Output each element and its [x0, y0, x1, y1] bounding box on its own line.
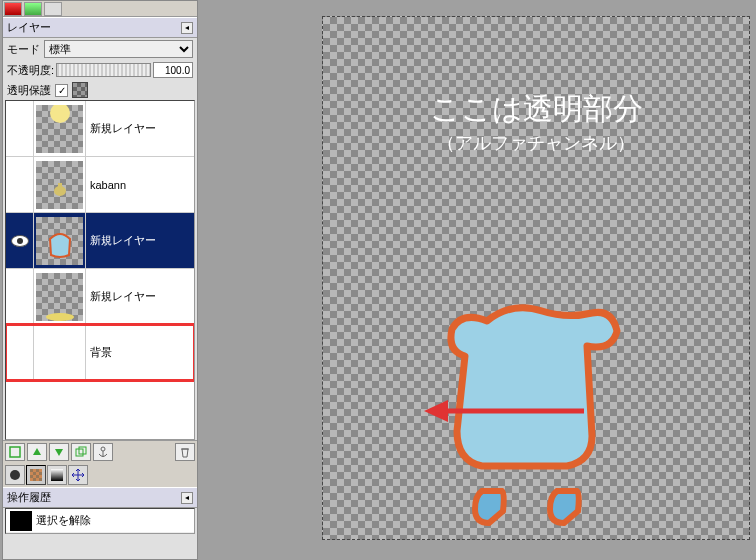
history-list[interactable]: 選択を解除 — [5, 508, 195, 534]
layer-name[interactable]: 新規レイヤー — [86, 269, 194, 324]
alpha-lock-swatch-icon — [72, 82, 88, 98]
delete-layer-button[interactable] — [175, 443, 195, 461]
visibility-toggle[interactable] — [6, 101, 34, 156]
alpha-lock-checkbox[interactable]: ✓ — [55, 84, 68, 97]
history-label: 選択を解除 — [36, 513, 91, 528]
tab-layers-icon[interactable] — [4, 2, 22, 16]
layer-row[interactable]: 新規レイヤー — [6, 269, 194, 325]
layer-name[interactable]: 新規レイヤー — [86, 101, 194, 156]
svg-point-7 — [101, 447, 105, 451]
history-title: 操作履歴 — [7, 490, 51, 505]
blend-mode-select[interactable]: 標準 — [44, 40, 193, 58]
tab-channels-icon[interactable] — [24, 2, 42, 16]
mode-label: モード — [7, 42, 40, 57]
layers-title: レイヤー — [7, 20, 51, 35]
layers-list[interactable]: 新規レイヤー kabann 新規レイヤー 新規レイヤー 背景 — [5, 100, 195, 440]
anchor-layer-button[interactable] — [93, 443, 113, 461]
svg-rect-2 — [58, 183, 62, 189]
layer-name[interactable]: kabann — [86, 157, 194, 212]
visibility-toggle[interactable] — [6, 269, 34, 324]
layer-thumbnail — [36, 161, 83, 209]
layer-buttons-bar — [3, 440, 197, 463]
panel-menu-button[interactable]: ◂ — [181, 492, 193, 504]
svg-rect-4 — [10, 447, 20, 457]
layer-row[interactable]: kabann — [6, 157, 194, 213]
annotation-arrow — [424, 396, 584, 426]
layer-thumbnail — [36, 329, 83, 377]
eye-icon — [11, 235, 29, 247]
canvas-area: ここは透明部分 （アルファチャンネル） — [200, 0, 756, 560]
tab-patterns-icon[interactable] — [26, 465, 46, 485]
panel-menu-button[interactable]: ◂ — [181, 22, 193, 34]
dock-tabbar[interactable] — [3, 1, 197, 17]
svg-point-9 — [10, 470, 20, 480]
alpha-lock-label: 透明保護 — [7, 83, 51, 98]
tab-move-icon[interactable] — [68, 465, 88, 485]
visibility-toggle[interactable] — [6, 157, 34, 212]
lower-layer-button[interactable] — [49, 443, 69, 461]
visibility-toggle[interactable] — [6, 213, 34, 268]
layer-thumbnail — [36, 273, 83, 321]
annotation-text-1: ここは透明部分 — [430, 89, 643, 130]
dock-tabbar-2[interactable] — [3, 463, 197, 487]
tab-gradients-icon[interactable] — [47, 465, 67, 485]
new-layer-button[interactable] — [5, 443, 25, 461]
svg-point-3 — [46, 313, 74, 321]
layers-header: レイヤー ◂ — [3, 17, 197, 38]
history-header: 操作履歴 ◂ — [3, 487, 197, 508]
svg-point-0 — [50, 105, 70, 123]
annotation-text-2: （アルファチャンネル） — [437, 131, 635, 155]
opacity-slider[interactable] — [56, 63, 151, 77]
history-thumbnail — [10, 511, 32, 531]
duplicate-layer-button[interactable] — [71, 443, 91, 461]
tab-paths-icon[interactable] — [44, 2, 62, 16]
opacity-input[interactable] — [153, 62, 193, 78]
tab-brushes-icon[interactable] — [5, 465, 25, 485]
layer-thumbnail — [36, 217, 83, 265]
layer-thumbnail — [36, 105, 83, 153]
opacity-label: 不透明度: — [7, 63, 54, 78]
visibility-toggle[interactable] — [6, 325, 34, 380]
raise-layer-button[interactable] — [27, 443, 47, 461]
canvas[interactable]: ここは透明部分 （アルファチャンネル） — [322, 16, 750, 540]
layer-row[interactable]: 新規レイヤー — [6, 213, 194, 269]
layer-name[interactable]: 背景 — [86, 325, 194, 380]
history-item[interactable]: 選択を解除 — [6, 509, 194, 533]
layer-name[interactable]: 新規レイヤー — [86, 213, 194, 268]
layer-row[interactable]: 背景 — [6, 325, 194, 381]
layer-row[interactable]: 新規レイヤー — [6, 101, 194, 157]
